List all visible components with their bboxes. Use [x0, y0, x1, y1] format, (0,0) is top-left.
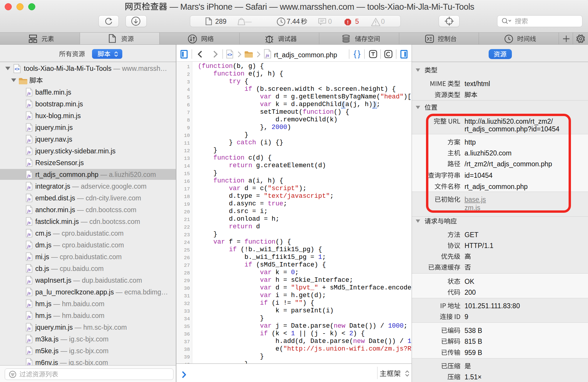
svg-text:js: js	[27, 138, 31, 143]
svg-text:js: js	[27, 115, 31, 119]
svg-text:js: js	[27, 338, 31, 342]
svg-text:<>: <>	[15, 67, 19, 71]
svg-text:js: js	[27, 244, 31, 248]
svg-text:js: js	[27, 256, 31, 260]
svg-text:js: js	[27, 303, 31, 307]
svg-text:js: js	[27, 91, 31, 96]
svg-text:js: js	[27, 267, 31, 272]
svg-text:js: js	[27, 232, 31, 237]
svg-text:js: js	[27, 197, 31, 201]
svg-text:js: js	[27, 126, 31, 131]
svg-text:js: js	[27, 209, 31, 213]
svg-text:js: js	[27, 103, 31, 107]
svg-text:js: js	[265, 53, 269, 58]
svg-text:js: js	[27, 162, 31, 166]
svg-text:js: js	[27, 185, 31, 190]
svg-text:<>: <>	[227, 52, 232, 57]
svg-text:js: js	[27, 314, 31, 319]
svg-text:js: js	[27, 291, 31, 295]
svg-text:js: js	[27, 350, 31, 354]
svg-text:!: !	[347, 20, 349, 25]
svg-text:js: js	[27, 173, 31, 178]
svg-text:js: js	[27, 220, 31, 225]
svg-text:js: js	[27, 326, 31, 331]
svg-text:js: js	[27, 279, 31, 284]
svg-text:js: js	[27, 150, 31, 154]
